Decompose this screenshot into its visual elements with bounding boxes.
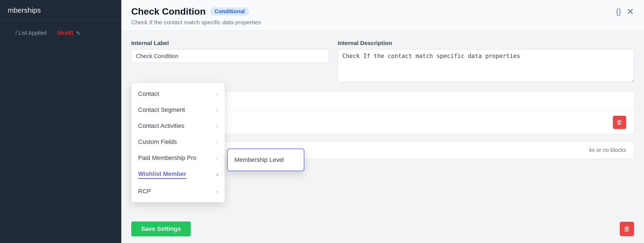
- conditional-badge: Conditional: [210, 7, 249, 16]
- delete-condition-button[interactable]: 🗑: [613, 116, 626, 129]
- dropdown-container: Contact › Contact Segment › Contact Acti…: [131, 83, 304, 202]
- internal-description-label: Internal Description: [338, 40, 634, 46]
- wishlist-member-chevron: ›: [216, 172, 218, 178]
- sub-menu-membership-level[interactable]: Membership Level: [228, 152, 304, 168]
- sidebar-divider: [0, 21, 121, 21]
- contact-segment-chevron: ›: [216, 107, 218, 113]
- sidebar-list-label: / List Applied: [8, 28, 54, 38]
- internal-label-label: Internal Label: [131, 40, 329, 46]
- modal-subtitle: Check If the contact match specific data…: [131, 19, 261, 26]
- sub-menu: Membership Level: [227, 149, 304, 171]
- dropdown-item-contact-segment[interactable]: Contact Segment ›: [132, 102, 225, 118]
- internal-label-group: Internal Label: [131, 40, 329, 82]
- draft-badge: (draft): [57, 30, 73, 36]
- dropdown-item-contact-activities[interactable]: Contact Activities ›: [132, 118, 225, 134]
- sidebar-title: mberships: [0, 0, 121, 21]
- contact-activities-chevron: ›: [216, 123, 218, 129]
- contact-segment-label: Contact Segment: [138, 106, 185, 113]
- dropdown-item-rcp[interactable]: RCP ›: [132, 183, 225, 199]
- contact-label: Contact: [138, 90, 159, 97]
- sidebar-title-text: mberships: [8, 6, 41, 14]
- rcp-label: RCP: [138, 188, 151, 195]
- dropdown-item-wishlist-member[interactable]: Wishlist Member ›: [132, 166, 225, 183]
- membership-level-label: Membership Level: [234, 156, 284, 163]
- internal-label-input[interactable]: [131, 49, 329, 63]
- dropdown-item-paid-membership[interactable]: Paid Membership Pro ›: [132, 150, 225, 166]
- footer-delete-icon: 🗑: [624, 225, 630, 233]
- code-icon[interactable]: {}: [616, 7, 621, 16]
- contact-activities-label: Contact Activities: [138, 122, 184, 130]
- modal-body: Internal Label Internal Description Chec…: [121, 31, 644, 215]
- edit-draft-icon[interactable]: ✎: [76, 30, 80, 36]
- specify-which-suffix: ks or no blocks: [589, 147, 626, 153]
- internal-description-group: Internal Description Check If the contac…: [338, 40, 634, 82]
- wishlist-member-label: Wishlist Member: [138, 170, 186, 179]
- save-settings-button[interactable]: Save Settings: [131, 221, 191, 236]
- footer-delete-button[interactable]: 🗑: [620, 222, 634, 236]
- custom-fields-label: Custom Fields: [138, 138, 177, 146]
- paid-membership-chevron: ›: [216, 155, 218, 161]
- rcp-chevron: ›: [216, 189, 218, 194]
- internal-description-textarea[interactable]: Check If the contact match specific data…: [338, 49, 634, 82]
- modal-header: Check Condition Conditional Check If the…: [121, 0, 644, 31]
- contact-chevron: ›: [216, 91, 218, 97]
- custom-fields-chevron: ›: [216, 139, 218, 145]
- dropdown-menu: Contact › Contact Segment › Contact Acti…: [131, 83, 225, 202]
- close-button[interactable]: ✕: [627, 7, 634, 16]
- paid-membership-label: Paid Membership Pro: [138, 154, 197, 162]
- modal-title: Check Condition: [131, 6, 206, 17]
- dropdown-item-custom-fields[interactable]: Custom Fields ›: [132, 134, 225, 150]
- footer-actions: Save Settings 🗑: [121, 215, 644, 243]
- modal-panel: Check Condition Conditional Check If the…: [121, 0, 644, 243]
- dropdown-item-contact[interactable]: Contact ›: [132, 86, 225, 102]
- sidebar: mberships / List Applied (draft) ✎: [0, 0, 121, 243]
- form-row: Internal Label Internal Description Chec…: [131, 40, 634, 82]
